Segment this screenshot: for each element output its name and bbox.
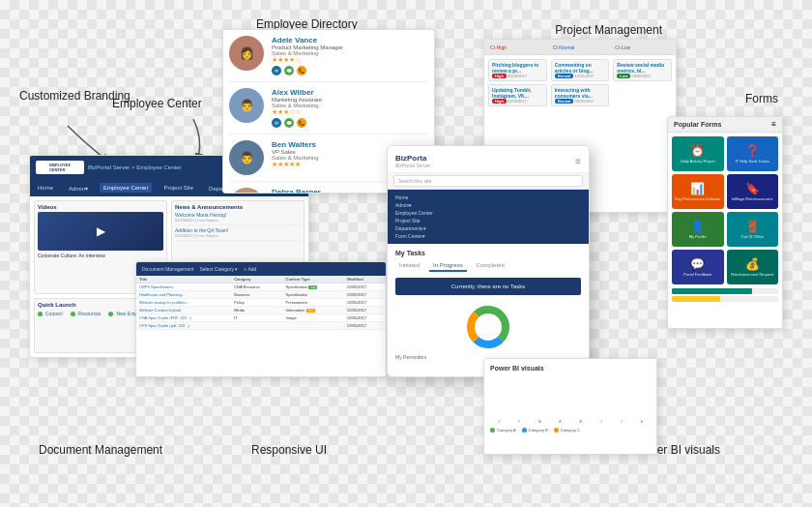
pm-item-5[interactable]: Review social media metrics, bl... Low 0…	[613, 59, 672, 81]
dir-name-adele[interactable]: Adele Vance	[272, 36, 428, 45]
form-tile-my-profile[interactable]: 👤 My Profile	[672, 212, 724, 247]
dir-icon-chat-2[interactable]: 💬	[284, 118, 294, 128]
nav-admin[interactable]: Admin▾	[65, 183, 92, 194]
pm-badge-high-2: High	[492, 99, 507, 104]
task-empty-message: Currently, there are no Tasks	[395, 278, 581, 295]
bi-legend-dot-a	[490, 428, 495, 432]
form-tile-feedback-label: Portal Feedback	[683, 273, 711, 278]
form-tile-it-helpdesk[interactable]: ❓ IT Help Desk Cases	[727, 136, 779, 171]
main-composite: Customized Branding Employee Center Empl…	[10, 0, 802, 484]
pm-badge-low-1: Low	[617, 74, 630, 78]
ec-videos-title: Videos	[38, 204, 163, 210]
doc-table: Title Category Content Type Modified USP…	[136, 276, 386, 330]
bi-legend-label-b: Category B	[529, 428, 548, 432]
dir-icons-alex: ✉ 💬 📞	[272, 118, 428, 128]
bi-bar-label-4: A	[559, 419, 562, 424]
form-tile-daily-label: Daily Activity Report	[681, 160, 715, 164]
nav-employee-center[interactable]: Employee Center	[100, 183, 152, 193]
doc-cell-title-3[interactable]: Website testing for problem...	[136, 299, 231, 307]
doc-header-select[interactable]: Select Category ▾	[199, 266, 238, 272]
doc-cell-type-2: Specification	[283, 291, 345, 299]
form-tile-himage[interactable]: 🔖 hiMage Reimbursement	[727, 174, 779, 209]
task-nav: Home Admin▾ Employee Center Project Site…	[388, 190, 589, 244]
forms-bar-fill-1	[672, 288, 752, 294]
task-nav-home[interactable]: Home	[395, 194, 581, 201]
task-menu-icon[interactable]: ≡	[575, 156, 581, 166]
bi-bar-label-2: F	[518, 419, 520, 424]
dir-icon-mail[interactable]: ✉	[272, 66, 281, 75]
form-tile-portal-feedback[interactable]: 💬 Portal Feedback	[672, 250, 724, 284]
forms-grid: ⏰ Daily Activity Report ❓ IT Help Desk C…	[668, 133, 782, 288]
bi-legend-dot-b	[522, 428, 527, 432]
dir-name-alex[interactable]: Alex Wilber	[272, 88, 428, 97]
form-tile-daily-activity[interactable]: ⏰ Daily Activity Report	[672, 136, 724, 171]
dir-avatar-img-ben: 👨	[229, 140, 264, 175]
task-tab-initiated[interactable]: Initiated	[395, 260, 423, 272]
document-management-card: Document Management Select Category ▾ + …	[135, 261, 387, 377]
pm-item-title-3: Commenting on articles or blog...	[555, 62, 606, 74]
form-tile-money-icon: 💰	[745, 257, 760, 271]
nav-home[interactable]: Home	[34, 183, 57, 193]
doc-cell-title-1[interactable]: USPS Specification	[136, 283, 231, 291]
dir-avatar-img-alex: 👨	[229, 88, 264, 123]
task-nav-form[interactable]: Form Center▾	[395, 232, 581, 240]
form-tile-out-of-office[interactable]: 🚪 Out Of Office	[727, 212, 779, 247]
dir-icon-phone[interactable]: 📞	[297, 66, 306, 75]
forms-card: Popular Forms ≡ ⏰ Daily Activity Report …	[667, 116, 783, 329]
ec-launch-carpool[interactable]: Carpool	[38, 310, 63, 317]
task-nav-dept[interactable]: Departments▾	[395, 224, 581, 232]
doc-row-4: Website Content Upload Media Information…	[136, 307, 386, 314]
doc-cell-title-4[interactable]: Website Content Upload	[136, 307, 231, 314]
bi-bar-group-1: J	[490, 419, 508, 424]
ec-news-item-1: Welcome Maria Herzog! 02/03/2017 | Irvin…	[175, 212, 301, 225]
dir-avatar-img-adele: 👩	[229, 36, 264, 71]
pm-item-3[interactable]: Commenting on articles or blog... Normal…	[551, 59, 610, 81]
bi-legend-label-c: Category C	[561, 428, 580, 432]
doc-cell-title-5[interactable]: CNA Spec Guide (PDF, 222...)	[136, 314, 231, 322]
doc-header-add[interactable]: + Add	[244, 266, 256, 272]
ec-logo: EMPLOYEECENTER	[36, 161, 84, 174]
dir-stars-adele: ★★★★☆	[272, 56, 428, 64]
power-bi-card: Power BI visuals J F M A M	[483, 358, 657, 455]
forms-menu-icon[interactable]: ≡	[771, 120, 776, 129]
ec-launch-dot	[38, 312, 43, 316]
task-search-box[interactable]: Search this site	[393, 175, 583, 187]
dir-icon-chat[interactable]: 💬	[284, 66, 294, 75]
dir-icon-phone-2[interactable]: 📞	[297, 118, 306, 128]
pm-item-meta-3: Normal 12/25/2017	[555, 74, 606, 78]
task-nav-admin[interactable]: Admin▾	[395, 201, 581, 209]
pm-item-4[interactable]: Interacting with consumers via... Normal…	[551, 84, 610, 106]
form-tile-himage-icon: 🔖	[745, 182, 760, 195]
form-tile-reimburse-label: Reimbursement Request	[731, 273, 773, 278]
pm-col-low-items: Review social media metrics, bl... Low 0…	[613, 59, 672, 208]
nav-project-site[interactable]: Project Site	[160, 183, 197, 193]
pm-item-2[interactable]: Updating Tumblr, Instagram, VK... High 0…	[488, 84, 547, 106]
task-nav-ps[interactable]: Project Site	[395, 217, 581, 224]
pm-item-title-5: Review social media metrics, bl...	[617, 62, 668, 74]
form-tile-reimbursement[interactable]: 💰 Reimbursement Request	[727, 250, 779, 284]
dir-icon-mail-2[interactable]: ✉	[272, 118, 281, 128]
pm-item-1[interactable]: Pitching bloggers to review a pr... High…	[488, 59, 547, 81]
doc-cell-title-6[interactable]: CPS Spec Guide (pdf, 222...)	[136, 322, 231, 330]
dir-stars-alex: ★★★☆☆	[272, 108, 428, 116]
task-tab-in-progress[interactable]: In Progress	[429, 260, 467, 272]
task-body: My Tasks Initiated In Progress Completed…	[388, 244, 589, 366]
pm-item-meta-5: Low 03/30/2017	[617, 74, 668, 78]
dir-icons-adele: ✉ 💬 📞	[272, 66, 428, 75]
form-tile-kpi[interactable]: 📊 Key Performance Indicator	[672, 174, 724, 209]
pm-badge-high-1: High	[492, 74, 507, 78]
dir-avatar-debra: 👩	[229, 188, 264, 194]
task-search-area: Search this site	[388, 173, 589, 190]
doc-cell-title-2[interactable]: Healthcare and Planning...	[136, 291, 231, 299]
ec-video-thumb[interactable]: ▶	[38, 212, 163, 251]
task-nav-ec[interactable]: Employee Center	[395, 209, 581, 217]
ec-launch-resources[interactable]: Resources	[71, 310, 102, 317]
bi-legend-c: Category C	[554, 428, 580, 432]
task-tab-completed[interactable]: Completed	[473, 260, 508, 272]
pm-item-meta-4: Normal 03/30/2017	[555, 99, 606, 104]
pm-header: CI-High CI-Normal CI-Low	[484, 40, 676, 55]
dir-avatar-alex: 👨	[229, 88, 264, 123]
pm-item-title-1: Pitching bloggers to review a pr...	[492, 62, 543, 74]
ec-news-item-2: Addition to the QA Team! 02/03/2017 | Ir…	[175, 227, 301, 241]
bi-bar-label-5: M	[579, 419, 582, 424]
